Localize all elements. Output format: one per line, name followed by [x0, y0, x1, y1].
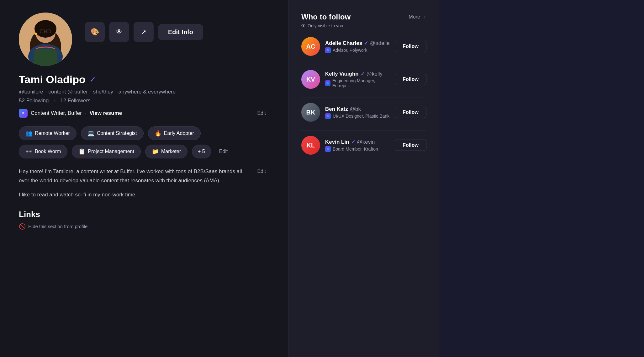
dot-4: ·	[54, 98, 55, 104]
follow-name-kevin: Kevin Lin	[325, 139, 349, 145]
bio-section: Hey there! I'm Tamilore, a content write…	[19, 167, 270, 200]
verified-kelly: ✓	[361, 71, 365, 77]
follow-card-kelly: KV Kelly Vaughn ✓ @kelly 🔷 Engineering M…	[301, 70, 426, 89]
profile-actions-area: 🎨 👁 ↗ Edit Info	[85, 16, 203, 42]
profile-pronouns: she/they	[93, 89, 113, 95]
tag-project-management-label: Project Management	[88, 149, 134, 154]
profile-username: @tamilore	[19, 89, 43, 95]
avatar-ben: BK	[301, 103, 320, 122]
follow-role-text-adelle: Advisor, Polywork	[333, 48, 367, 53]
share-button[interactable]: ↗	[134, 22, 154, 42]
verified-badge: ✓	[89, 75, 96, 84]
divider-1	[301, 65, 426, 65]
follow-card-kevin: KL Kevin Lin ✓ @kevin 🔷 Board Member, Kr…	[301, 136, 426, 155]
divider-2	[301, 98, 426, 98]
arrow-right-icon: →	[421, 14, 426, 20]
book-worm-icon: 👓	[25, 148, 32, 155]
work-edit-button[interactable]: Edit	[253, 109, 270, 117]
sidebar-title: Who to follow	[301, 13, 351, 21]
bio-line-2: I like to read and watch sci-fi in my no…	[19, 190, 248, 200]
tag-book-worm[interactable]: 👓 Book Worm	[19, 145, 67, 158]
follow-button-kelly[interactable]: Follow	[395, 74, 426, 85]
followers-count[interactable]: 12 Followers	[60, 98, 90, 104]
avatar-adelle-initials: AC	[306, 43, 315, 50]
links-section: Links 🚫 Hide this section from profile	[19, 210, 270, 230]
tag-project-management[interactable]: 📋 Project Management	[72, 145, 141, 158]
profile-top: 🎨 👁 ↗ Edit Info	[19, 13, 270, 66]
polywork-icon-adelle: 🔷	[325, 47, 331, 53]
bio-edit-button[interactable]: Edit	[253, 167, 270, 175]
tag-content-strategist-label: Content Strategist	[97, 131, 137, 136]
follow-role-kelly: 🔷 Engineering Manager, Entrepr...	[325, 78, 390, 88]
project-management-icon: 📋	[78, 148, 85, 155]
tag-early-adopter-label: Early Adopter	[164, 131, 194, 136]
profile-workplace: content @ buffer	[48, 89, 88, 95]
follow-name-row-ben: Ben Katz @bk	[325, 106, 390, 112]
more-label: More	[409, 14, 420, 20]
tag-remote-worker[interactable]: 👥 Remote Worker	[19, 126, 77, 140]
tag-remote-worker-label: Remote Worker	[35, 131, 70, 136]
bio-text: Hey there! I'm Tamilore, a content write…	[19, 167, 248, 200]
more-link[interactable]: More →	[409, 14, 426, 20]
follow-name-adelle: Adelle Charles	[325, 40, 362, 46]
eye-notice-icon: 👁	[301, 23, 306, 28]
marketer-icon: 📁	[152, 148, 159, 155]
profile-name-row: Tami Oladipo ✓	[19, 73, 270, 86]
follow-info-kevin: Kevin Lin ✓ @kevin 🔷 Board Member, Kraft…	[325, 139, 390, 152]
content-strategist-icon: 💻	[87, 130, 94, 137]
avatar-kelly: KV	[301, 70, 320, 89]
main-profile-panel: 🎨 👁 ↗ Edit Info Tami Oladipo ✓ @tamilore…	[0, 0, 288, 357]
tags-row-2: 👓 Book Worm 📋 Project Management 📁 Marke…	[19, 145, 270, 158]
tag-marketer-label: Marketer	[161, 149, 181, 154]
follow-handle-adelle: @adelle	[370, 40, 390, 46]
follow-role-text-kelly: Engineering Manager, Entrepr...	[332, 78, 390, 88]
preview-button[interactable]: 👁	[109, 22, 129, 42]
follow-role-text-kevin: Board Member, Krafton	[333, 147, 378, 152]
follow-info-adelle: Adelle Charles ✓ @adelle 🔷 Advisor, Poly…	[325, 40, 390, 53]
eye-icon: 👁	[116, 28, 123, 36]
edit-info-button[interactable]: Edit Info	[158, 24, 203, 40]
avatar-ben-initials: BK	[306, 109, 315, 116]
work-row: ≡ Content Writer, Buffer · View resume E…	[19, 109, 270, 118]
follow-name-kelly: Kelly Vaughn	[325, 71, 359, 77]
profile-actions: 🎨 👁 ↗ Edit Info	[85, 22, 203, 42]
buffer-icon: ≡	[19, 109, 28, 118]
job-title: Content Writer, Buffer	[31, 110, 82, 116]
bio-line-1: Hey there! I'm Tamilore, a content write…	[19, 167, 248, 185]
follow-handle-ben: @bk	[350, 106, 361, 112]
hide-eye-icon: 🚫	[19, 223, 26, 230]
follow-button-kevin[interactable]: Follow	[395, 140, 426, 151]
tag-marketer[interactable]: 📁 Marketer	[145, 145, 187, 158]
hide-section-label: Hide this section from profile	[28, 224, 87, 229]
follow-role-kevin: 🔷 Board Member, Krafton	[325, 146, 390, 152]
avatar	[19, 13, 72, 66]
follow-button-ben[interactable]: Follow	[395, 107, 426, 118]
view-resume-link[interactable]: View resume	[90, 110, 122, 116]
follow-name-row-kelly: Kelly Vaughn ✓ @kelly	[325, 71, 390, 77]
svg-point-5	[47, 30, 50, 33]
follow-info-kelly: Kelly Vaughn ✓ @kelly 🔷 Engineering Mana…	[325, 71, 390, 88]
palette-button[interactable]: 🎨	[85, 22, 105, 42]
verified-kevin: ✓	[351, 139, 355, 145]
following-count[interactable]: 52 Following	[19, 98, 49, 104]
follow-card-adelle: AC Adelle Charles ✓ @adelle 🔷 Advisor, P…	[301, 37, 426, 56]
follow-button-adelle[interactable]: Follow	[395, 41, 426, 52]
avatar-container	[19, 13, 72, 66]
follow-handle-kevin: @kevin	[357, 139, 375, 145]
profile-name: Tami Oladipo	[19, 73, 86, 86]
svg-point-3	[34, 20, 56, 38]
avatar-kevin-initials: KL	[307, 142, 315, 149]
tags-row-1: 👥 Remote Worker 💻 Content Strategist 🔥 E…	[19, 126, 270, 140]
follow-role-ben: 🔷 UI/UX Designer, Plastic Bank	[325, 113, 390, 119]
tags-section: 👥 Remote Worker 💻 Content Strategist 🔥 E…	[19, 126, 270, 158]
tag-content-strategist[interactable]: 💻 Content Strategist	[81, 126, 144, 140]
svg-point-9	[34, 33, 37, 35]
hide-section-row[interactable]: 🚫 Hide this section from profile	[19, 223, 270, 230]
follow-stats: 52 Following · 12 Followers	[19, 98, 270, 104]
tag-early-adopter[interactable]: 🔥 Early Adopter	[148, 126, 201, 140]
dot-5: ·	[85, 110, 87, 116]
only-visible-label: Only visible to you	[308, 23, 343, 28]
remote-worker-icon: 👥	[25, 130, 32, 137]
tags-more-button[interactable]: + 5	[192, 145, 211, 158]
tags-edit-button[interactable]: Edit	[215, 145, 232, 158]
